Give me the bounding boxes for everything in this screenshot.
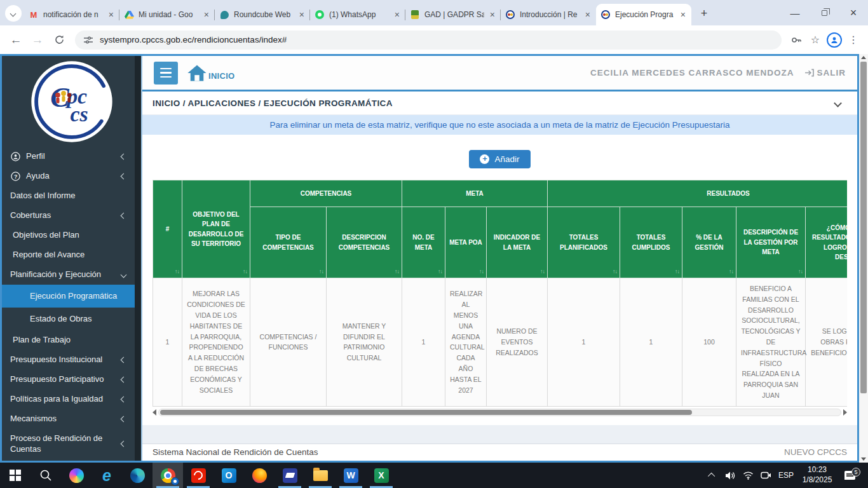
meet-now-button[interactable] [757, 471, 775, 480]
tab-close-icon[interactable]: × [298, 10, 306, 20]
collapse-chevron-icon[interactable] [834, 99, 842, 107]
sidebar-item-plan-trabajo[interactable]: Plan de Trabajo [2, 330, 141, 350]
new-tab-button[interactable]: + [695, 4, 713, 22]
scroll-left-arrow-icon[interactable] [153, 409, 156, 416]
taskbar-edge-button[interactable] [122, 463, 153, 488]
tab-close-icon[interactable]: × [393, 10, 401, 20]
column-header-totales-planificados[interactable]: TOTALES PLANIFICADOS↑↓ [548, 207, 620, 278]
sidebar-item-presupuesto-institucional[interactable]: Presupuesto Institucional [2, 350, 141, 370]
window-minimize-button[interactable]: — [780, 0, 810, 25]
tab-search-button[interactable] [5, 5, 22, 22]
browser-tab-gmail[interactable]: M notificación de n × [24, 4, 119, 25]
browser-tab-drive[interactable]: Mi unidad - Goo × [119, 4, 215, 25]
sort-icon[interactable]: ↑↓ [479, 268, 484, 276]
sidebar-item-estado-obras[interactable]: Estado de Obras [2, 308, 141, 330]
sidebar-item-ayuda[interactable]: ? Ayuda [2, 166, 141, 186]
sort-icon[interactable]: ↑↓ [395, 268, 399, 276]
sort-icon[interactable]: ↑↓ [675, 268, 679, 276]
taskbar-excel-button[interactable]: X [366, 463, 397, 488]
tab-close-icon[interactable]: × [489, 10, 496, 20]
taskbar-file-explorer-button[interactable] [305, 463, 336, 488]
column-header-meta-poa[interactable]: META POA↑↓ [445, 207, 487, 278]
tab-close-icon[interactable]: × [203, 10, 210, 20]
column-header-indicador[interactable]: INDICADOR DE LA META↑↓ [487, 207, 548, 278]
add-button[interactable]: + Añadir [469, 150, 530, 168]
taskbar-acrobat-button[interactable] [183, 463, 214, 488]
browser-tab-whatsapp[interactable]: (1) WhatsApp × [310, 4, 405, 25]
taskbar-clock[interactable]: 10:23 1/8/2025 [797, 465, 837, 485]
sidebar-item-ejecucion-programatica-active[interactable]: Ejecución Programática [2, 285, 141, 308]
browser-menu-button[interactable]: ⋮ [844, 30, 863, 50]
bookmark-star-button[interactable]: ☆ [806, 30, 825, 50]
column-header-no-meta[interactable]: NO. DE META↑↓ [402, 207, 445, 278]
home-link[interactable]: INICIO [187, 64, 235, 82]
column-header-porcentaje-gestion[interactable]: % DE LA GESTIÓN↑↓ [682, 207, 736, 278]
column-header-tipo-competencias[interactable]: TIPO DE COMPETENCIAS↑↓ [250, 207, 327, 278]
browser-scrollbar[interactable] [859, 54, 868, 463]
column-header-descripcion-competencias[interactable]: DESCRIPCION COMPETENCIAS↑↓ [327, 207, 402, 278]
taskbar-word-button[interactable]: W [336, 463, 366, 488]
network-button[interactable] [739, 471, 757, 480]
sort-icon[interactable]: ↑↓ [243, 268, 247, 276]
tab-close-icon[interactable]: × [107, 10, 115, 20]
sidebar-item-perfil[interactable]: Perfil [2, 147, 141, 166]
sort-icon[interactable]: ↑↓ [319, 268, 323, 276]
column-header-num[interactable]: #↑↓ [153, 180, 182, 278]
window-close-button[interactable]: × [839, 0, 868, 25]
taskbar-internet-explorer-button[interactable]: e [92, 463, 122, 488]
sort-icon[interactable]: ↑↓ [438, 268, 442, 276]
browser-tab-ejecucion-active[interactable]: Ejecución Progra × [596, 4, 691, 25]
taskbar-scanner-button[interactable] [275, 463, 305, 488]
taskbar-chrome-button[interactable] [153, 463, 183, 488]
logout-button[interactable]: SALIR [804, 68, 846, 78]
taskbar-firefox-button[interactable] [244, 463, 275, 488]
back-button[interactable]: ← [5, 29, 27, 51]
hamburger-menu-button[interactable] [154, 62, 178, 85]
horizontal-scrollbar[interactable] [153, 408, 847, 417]
sort-icon[interactable]: ↑↓ [613, 268, 617, 276]
tab-close-icon[interactable]: × [584, 10, 592, 20]
password-key-button[interactable] [787, 30, 806, 50]
volume-button[interactable] [721, 471, 739, 480]
scroll-right-arrow-icon[interactable] [843, 409, 847, 416]
browser-tab-introduccion[interactable]: Introducción | Re × [501, 4, 596, 25]
sidebar-item-mecanismos[interactable]: Mecanismos [2, 409, 141, 429]
profile-avatar-button[interactable] [825, 30, 844, 50]
start-button[interactable] [0, 463, 31, 488]
sort-icon[interactable]: ↑↓ [175, 268, 179, 276]
sidebar-item-politicas-igualdad[interactable]: Políticas para la Igualdad [2, 390, 141, 409]
taskbar-search-button[interactable] [31, 463, 61, 488]
column-header-objetivo[interactable]: OBJETIVO DEL PLAN DE DESARROLLO DE SU TE… [182, 180, 250, 278]
sidebar-item-objetivos-plan[interactable]: Objetivos del Plan [2, 226, 141, 245]
column-header-totales-cumplidos[interactable]: TOTALES CUMPLIDOS↑↓ [620, 207, 682, 278]
column-header-como-aporta[interactable]: ¿CÓMO APORTA EL RESULTADO ALCANZADO AL L… [806, 207, 848, 278]
sidebar-item-presupuesto-participativo[interactable]: Presupuesto Participativo [2, 370, 141, 390]
sidebar-item-reporte-avance[interactable]: Reporte del Avance [2, 245, 141, 265]
sort-icon[interactable]: ↑↓ [729, 268, 733, 276]
taskbar-outlook-button[interactable]: O [214, 463, 244, 488]
tab-close-icon[interactable]: × [679, 10, 687, 20]
taskbar-copilot-button[interactable] [61, 463, 92, 488]
notification-center-button[interactable]: 5 [837, 471, 862, 480]
sidebar-item-datos-informe[interactable]: Datos del Informe [2, 186, 141, 206]
table-row[interactable]: 1 MEJORAR LAS CONDICIONES DE VIDA DE LOS… [153, 278, 848, 407]
forward-button[interactable]: → [27, 29, 48, 51]
scroll-up-arrow-icon[interactable] [861, 56, 866, 59]
scrollbar-thumb[interactable] [860, 62, 867, 393]
sidebar-item-proceso-rendicion[interactable]: Proceso de Rendición de Cuentas [2, 429, 141, 459]
horizontal-scrollbar-thumb[interactable] [160, 410, 692, 415]
sidebar-item-planificacion-ejecucion[interactable]: Planificación y Ejecución [2, 265, 141, 285]
tray-expand-button[interactable] [703, 473, 721, 478]
scroll-down-arrow-icon[interactable] [861, 458, 866, 461]
browser-tab-roundcube[interactable]: Roundcube Web × [215, 4, 310, 25]
sidebar-item-coberturas[interactable]: Coberturas [2, 206, 141, 226]
sort-icon[interactable]: ↑↓ [540, 268, 545, 276]
tab-title: Roundcube Web [234, 10, 294, 19]
language-indicator[interactable]: ESP [775, 471, 797, 480]
sort-icon[interactable]: ↑↓ [798, 268, 803, 276]
window-restore-button[interactable] [810, 0, 839, 25]
browser-tab-gad[interactable]: GAD | GADPR Sa × [405, 4, 501, 25]
column-header-descripcion-gestion[interactable]: DESCRIPCIÓN DE LA GESTIÓN POR META↑↓ [736, 207, 806, 278]
reload-button[interactable] [48, 29, 70, 51]
address-bar[interactable]: systempro.cpccs.gob.ec/rendicioncuentas/… [75, 30, 782, 50]
